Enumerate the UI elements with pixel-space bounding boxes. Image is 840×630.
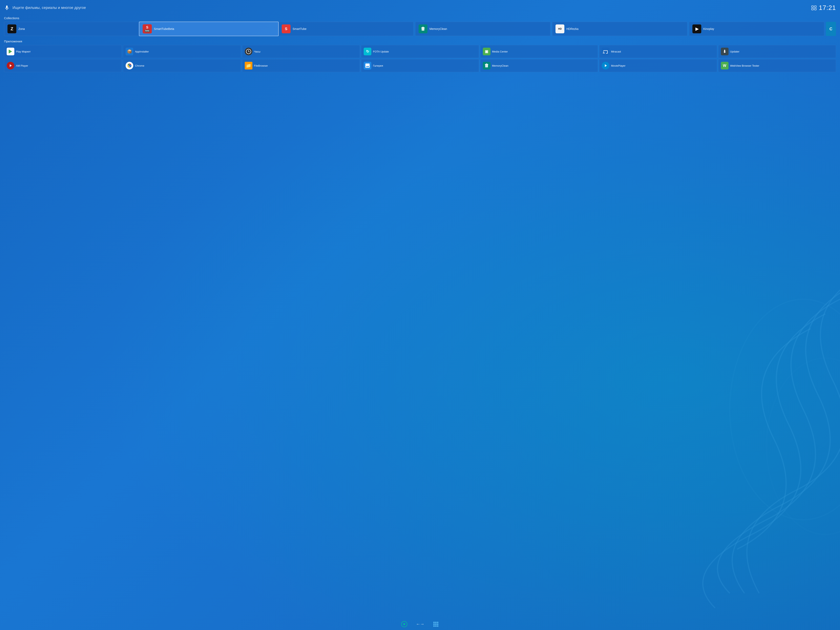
tile-play-market[interactable]: Play Маркет xyxy=(4,45,122,58)
memoryclean-icon: 🗑 xyxy=(418,24,428,33)
tile-file-browser[interactable]: 📁 FileBrowser xyxy=(242,59,360,72)
play-market-icon xyxy=(7,47,14,55)
apps-grid: Play Маркет 📦 AppInstaller Часы ↻ FOTA U… xyxy=(4,45,836,72)
tile-hdrezka[interactable]: HD HDRezka xyxy=(552,22,687,36)
clock-icon xyxy=(245,47,253,55)
am-player-label: AM Player xyxy=(16,64,28,67)
screen-icon xyxy=(811,5,817,11)
smarttube-icon: S xyxy=(282,24,291,33)
file-browser-label: FileBrowser xyxy=(254,64,268,67)
tile-overflow[interactable]: C xyxy=(826,22,836,36)
top-right-area: 17:21 xyxy=(811,4,836,11)
nav-home-button[interactable] xyxy=(400,620,408,628)
smarttube-beta-label: SmartTubeBeta xyxy=(154,27,174,30)
chrome-icon xyxy=(126,62,133,69)
apps-label: Приложения xyxy=(4,39,836,43)
svg-rect-14 xyxy=(435,622,437,623)
movie-player-icon xyxy=(602,62,609,69)
svg-rect-20 xyxy=(435,625,437,627)
am-player-icon xyxy=(7,62,14,69)
tile-smarttube-beta[interactable]: S beta SmartTubeBeta xyxy=(139,22,279,36)
app-installer-label: AppInstaller xyxy=(135,50,149,53)
svg-rect-3 xyxy=(814,6,816,7)
movie-player-label: MoviePlayer xyxy=(611,64,625,67)
tile-media-center[interactable]: ▣ Media Center xyxy=(480,45,598,58)
tile-chrome[interactable]: Chrome xyxy=(123,59,241,72)
svg-rect-16 xyxy=(433,624,435,625)
svg-rect-4 xyxy=(812,8,813,10)
tile-memoryclean[interactable]: 🗑 MemoryClean xyxy=(415,22,550,36)
memoryclean2-icon: 🗑 xyxy=(483,62,491,69)
svg-rect-21 xyxy=(437,625,438,627)
svg-rect-5 xyxy=(814,8,816,10)
tile-app-installer[interactable]: 📦 AppInstaller xyxy=(123,45,241,58)
svg-rect-2 xyxy=(812,6,813,7)
fota-label: FOTA Update xyxy=(373,50,389,53)
gallery-label: Галерея xyxy=(373,64,383,67)
tile-zona[interactable]: Z Zona xyxy=(4,22,139,36)
tile-kinoplay[interactable]: ▶ Kinoplay xyxy=(689,22,824,36)
miracast-icon xyxy=(602,47,609,55)
file-browser-icon: 📁 xyxy=(245,62,253,69)
tile-updater[interactable]: ⬇ Updater xyxy=(718,45,836,58)
app-installer-icon: 📦 xyxy=(126,47,133,55)
chrome-label: Chrome xyxy=(135,64,144,67)
smarttube-label: SmartTube xyxy=(292,27,306,30)
apps-section: Приложения Play Маркет 📦 AppInstaller xyxy=(4,39,836,72)
main-content: Ищите фильмы, сериалы и многое другое 17… xyxy=(0,0,840,630)
play-market-label: Play Маркет xyxy=(16,50,31,53)
clock-label: Часы xyxy=(254,50,261,53)
svg-point-12 xyxy=(403,623,405,625)
collections-label: Collections xyxy=(4,16,836,20)
bottom-nav: ←→ xyxy=(4,617,836,630)
search-hint-text: Ищите фильмы, сериалы и многое другое xyxy=(13,6,86,10)
hdrezka-icon: HD xyxy=(556,24,564,33)
tile-movie-player[interactable]: MoviePlayer xyxy=(599,59,717,72)
media-center-icon: ▣ xyxy=(483,47,491,55)
back-arrow-icon: ←→ xyxy=(416,622,424,627)
nav-back-button[interactable]: ←→ xyxy=(416,620,424,628)
updater-icon: ⬇ xyxy=(721,47,728,55)
kinoplay-icon: ▶ xyxy=(692,24,701,33)
tile-memoryclean2[interactable]: 🗑 MemoryClean xyxy=(480,59,598,72)
collections-section: Collections Z Zona S beta SmartTubeBeta … xyxy=(4,16,836,39)
svg-point-10 xyxy=(129,65,130,66)
tile-fota-update[interactable]: ↻ FOTA Update xyxy=(361,45,479,58)
svg-rect-15 xyxy=(437,622,438,623)
svg-rect-19 xyxy=(433,625,435,627)
topbar: Ищите фильмы, сериалы и многое другое 17… xyxy=(4,3,836,12)
svg-rect-13 xyxy=(433,622,435,623)
webview-icon: W xyxy=(721,62,728,69)
smarttube-beta-icon: S beta xyxy=(142,24,152,33)
webview-label: WebView Browser Tester xyxy=(730,64,759,67)
kinoplay-label: Kinoplay xyxy=(703,27,714,30)
fota-icon: ↻ xyxy=(364,47,371,55)
hdrezka-label: HDRezka xyxy=(567,27,578,30)
collections-row: Z Zona S beta SmartTubeBeta S SmartTube … xyxy=(4,22,836,36)
svg-rect-17 xyxy=(435,624,437,625)
memoryclean-label: MemoryClean xyxy=(429,27,447,30)
tile-gallery[interactable]: Галерея xyxy=(361,59,479,72)
mic-icon xyxy=(4,5,10,11)
tile-am-player[interactable]: AM Player xyxy=(4,59,122,72)
nav-apps-button[interactable] xyxy=(432,620,440,628)
gallery-icon xyxy=(364,62,371,69)
media-center-label: Media Center xyxy=(492,50,508,53)
svg-rect-18 xyxy=(437,624,438,625)
tile-webview[interactable]: W WebView Browser Tester xyxy=(718,59,836,72)
zona-icon: Z xyxy=(8,24,16,33)
miracast-label: Miracast xyxy=(611,50,621,53)
tile-miracast[interactable]: Miracast xyxy=(599,45,717,58)
tile-smarttube[interactable]: S SmartTube xyxy=(278,22,414,36)
tile-clock[interactable]: Часы xyxy=(242,45,360,58)
memoryclean2-label: MemoryClean xyxy=(492,64,508,67)
updater-label: Updater xyxy=(730,50,739,53)
zona-label: Zona xyxy=(18,27,25,30)
clock-display: 17:21 xyxy=(819,4,836,11)
search-area[interactable]: Ищите фильмы, сериалы и многое другое xyxy=(4,5,86,11)
